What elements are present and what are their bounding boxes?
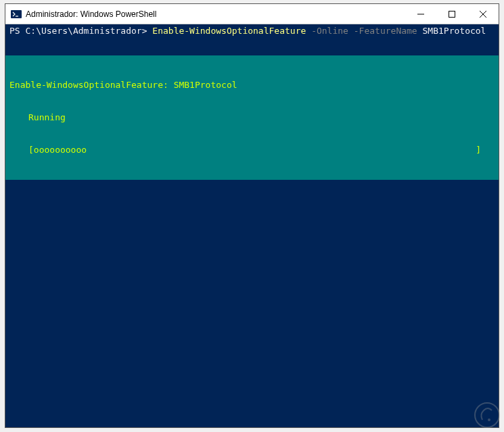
progress-bar-close: ] [476,145,481,155]
progress-block: Enable-WindowsOptionalFeature: SMB1Proto… [5,55,499,180]
terminal-area[interactable]: PS C:\Users\Administrador> Enable-Window… [5,24,499,427]
svg-rect-3 [449,11,455,17]
progress-bar-open: [ [28,145,34,155]
close-button[interactable] [467,4,499,24]
powershell-window: Administrador: Windows PowerShell PS C:\… [5,3,499,428]
param-featurename: -FeatureName [348,26,423,36]
param-online: -Online [306,26,348,36]
window-controls [405,4,499,24]
minimize-button[interactable] [405,4,436,24]
progress-bar-fill: oooooooooo [34,145,87,155]
watermark-icon [473,401,501,429]
maximize-button[interactable] [436,4,467,24]
svg-point-6 [475,403,499,427]
progress-header: Enable-WindowsOptionalFeature: SMB1Proto… [9,80,495,91]
command-name: Enable-WindowsOptionalFeature [152,26,306,36]
prompt-prefix: PS C:\Users\Administrador> [9,26,152,36]
prompt-line: PS C:\Users\Administrador> Enable-Window… [5,26,499,37]
svg-point-7 [488,418,490,421]
window-title: Administrador: Windows PowerShell [26,9,405,19]
command-argument: SMB1Protocol [423,26,486,36]
progress-status: Running [9,112,495,123]
svg-rect-0 [11,10,22,18]
progress-bar: [oooooooooo ] [9,145,495,155]
titlebar[interactable]: Administrador: Windows PowerShell [5,4,499,24]
powershell-icon [11,9,22,20]
